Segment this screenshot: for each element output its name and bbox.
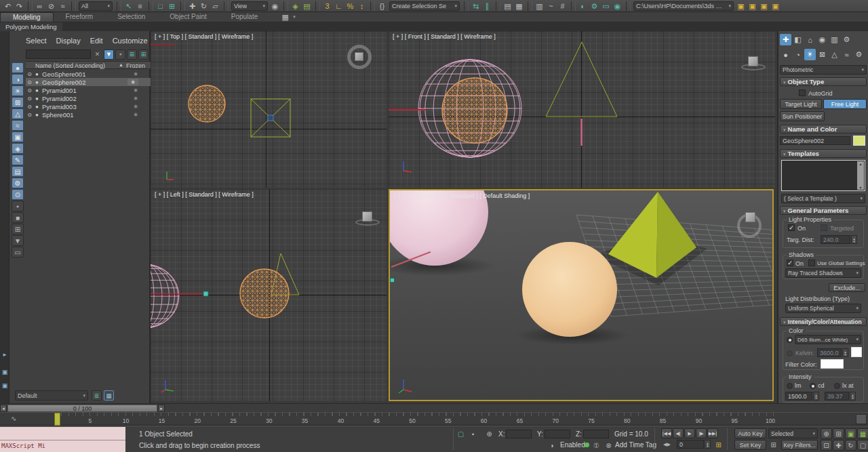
next-frame-button[interactable]: |▶ xyxy=(696,428,707,438)
display-hidden-icon[interactable]: ⊙ xyxy=(12,189,24,200)
search-input[interactable] xyxy=(26,49,91,59)
kelvin-spinner[interactable]: ▴▾ xyxy=(842,348,848,357)
key-mode-toggle-icon[interactable]: ⊞ xyxy=(713,440,724,449)
light-on-checkbox[interactable]: ✓ xyxy=(788,224,795,231)
frame-spinner[interactable]: ▴▾ xyxy=(705,440,711,449)
viewport-layout-a-icon[interactable]: ▣ xyxy=(1,367,9,377)
category-geometry-icon[interactable]: ● xyxy=(780,49,791,60)
material-editor-icon[interactable]: ◐ xyxy=(577,1,589,12)
tab-display[interactable]: ▥ xyxy=(829,34,840,45)
ribbon-tab-modeling[interactable]: Modeling xyxy=(0,12,54,22)
display-cameras-icon[interactable]: ⊠ xyxy=(12,97,24,108)
list-item[interactable]: ⊙●Pyramid003∗ xyxy=(26,102,151,110)
viewport-perspective[interactable]: [ + ] [ Perspective ] [ Standard ] [ Def… xyxy=(389,189,774,401)
display-bones-icon[interactable]: ✎ xyxy=(12,155,24,165)
ribbon-tab-populate[interactable]: Populate xyxy=(219,12,270,22)
toggle-layer-explorer-icon[interactable]: ▦ xyxy=(513,1,525,12)
lx-field[interactable]: 39.37 xyxy=(825,392,849,400)
frozen-column-header[interactable]: Frozen xyxy=(126,62,145,69)
visibility-eye-icon[interactable]: ⊙ xyxy=(26,79,33,85)
distribution-dropdown[interactable]: Uniform Spherical ▾ xyxy=(785,304,861,313)
select-object-icon[interactable]: ↖ xyxy=(123,1,134,12)
rollout-general-parameters[interactable]: ▾General Parameters xyxy=(780,206,867,215)
targ-dist-spinner[interactable]: ▴▾ xyxy=(851,235,857,244)
scroll-down-icon[interactable]: ▾ xyxy=(859,185,861,190)
tab-modify[interactable]: ◧ xyxy=(792,34,804,45)
select-and-manipulate-icon[interactable]: ◈ xyxy=(290,1,301,12)
list-item[interactable]: ⊙●GeoSphere001∗ xyxy=(26,70,151,78)
workspace-render-4-icon[interactable]: ▣ xyxy=(770,1,781,12)
name-column-header[interactable]: Name (Sorted Ascending) xyxy=(35,62,105,69)
current-frame-marker[interactable] xyxy=(54,413,60,426)
play-button[interactable]: ▶ xyxy=(684,428,695,438)
keyboard-shortcut-override-icon[interactable]: ▤ xyxy=(301,1,313,12)
ribbon-minimize-button[interactable]: ▦ ▾ xyxy=(279,12,296,22)
workspace-render-2-icon[interactable]: ▣ xyxy=(747,1,758,12)
spin-down-icon[interactable]: ▾ xyxy=(815,396,817,399)
frozen-icon[interactable]: ∗ xyxy=(127,79,138,85)
lx-spinner[interactable]: ▴▾ xyxy=(850,392,856,400)
zoom-region-icon[interactable]: ⊡ xyxy=(821,440,832,451)
display-none-icon[interactable]: ■ xyxy=(12,212,24,223)
percent-snap-toggle-icon[interactable]: % xyxy=(344,1,356,12)
kelvin-field[interactable]: 3600.0 xyxy=(817,348,842,357)
viewport-label[interactable]: [ + ] [ Top ] [ Standard ] [ Wireframe ] xyxy=(155,33,253,40)
zoom-extents-icon[interactable]: ▣ xyxy=(845,428,856,439)
clear-search-icon[interactable]: ✕ xyxy=(92,49,102,60)
category-shapes-icon[interactable]: ◔ xyxy=(792,49,804,60)
cd-radio[interactable] xyxy=(810,383,816,389)
shadow-mode-dropdown[interactable]: Ray Traced Shadows ▾ xyxy=(785,268,861,278)
light-type-dropdown[interactable]: Photometric ▾ xyxy=(780,65,867,75)
rollout-object-type[interactable]: ▾Object Type xyxy=(780,77,867,86)
object-color-swatch[interactable] xyxy=(853,136,865,146)
display-frozen-icon[interactable]: ▪ xyxy=(12,201,24,211)
pick-children-icon[interactable]: ⊞ xyxy=(138,49,149,60)
rollout-intensity-color-attenuation[interactable]: ▾Intensity/Color/Attenuation xyxy=(780,317,867,326)
kelvin-radio[interactable] xyxy=(787,350,793,356)
align-icon[interactable]: ∥ xyxy=(481,1,493,12)
scrollbar[interactable]: ▴ ▾ xyxy=(857,161,864,190)
mirror-icon[interactable]: ⇆ xyxy=(470,1,481,12)
exclude-button[interactable]: Exclude... xyxy=(829,283,865,292)
filter-color-swatch[interactable] xyxy=(821,359,844,369)
keyable-icons-icon[interactable]: ⊞ xyxy=(768,440,778,449)
selection-lock-icon[interactable]: ▪ xyxy=(468,429,478,438)
menu-display[interactable]: Display xyxy=(56,37,81,45)
select-and-scale-icon[interactable]: ▱ xyxy=(210,1,221,12)
selection-set-key-dropdown[interactable]: Selected ▾ xyxy=(768,428,818,438)
spinner-snap-toggle-icon[interactable]: ↕ xyxy=(356,1,368,12)
display-shapes-icon[interactable]: ◑ xyxy=(12,74,24,85)
filter-combinations-icon[interactable]: ▼ xyxy=(12,235,24,246)
rectangular-selection-region-icon[interactable]: □ xyxy=(155,1,166,12)
menu-select[interactable]: Select xyxy=(26,37,47,45)
use-global-checkbox[interactable] xyxy=(808,260,815,266)
visibility-eye-icon[interactable]: ⊙ xyxy=(26,71,33,77)
tab-hierarchy[interactable]: ⌂ xyxy=(804,34,816,45)
orbit-icon[interactable]: ↻ xyxy=(845,440,856,451)
ribbon-tab-selection[interactable]: Selection xyxy=(105,12,157,22)
targeted-checkbox[interactable] xyxy=(821,224,827,231)
spin-down-icon[interactable]: ▾ xyxy=(853,240,855,243)
tab-create[interactable]: ✚ xyxy=(780,34,791,45)
visibility-eye-icon[interactable]: ⊙ xyxy=(26,87,33,94)
viewport-left[interactable]: [ + ] [ Left ] [ Standard ] [ Wireframe … xyxy=(151,189,387,401)
go-to-start-button[interactable]: |◀◀ xyxy=(661,428,672,438)
selection-filter-dropdown[interactable]: All▾ xyxy=(79,1,113,11)
spin-down-icon[interactable]: ▾ xyxy=(707,445,709,447)
visibility-eye-icon[interactable]: ⊙ xyxy=(26,104,33,110)
maxscript-mini-listener[interactable]: MAXScript Mi xyxy=(0,427,125,452)
display-helpers-icon[interactable]: △ xyxy=(12,108,24,119)
maximize-viewport-toggle-icon[interactable]: ▢ xyxy=(857,440,868,451)
menu-edit[interactable]: Edit xyxy=(90,37,103,45)
viewcube-icon[interactable] xyxy=(737,208,766,237)
display-xrefs-icon[interactable]: ◈ xyxy=(12,143,24,154)
reference-coordinate-system-dropdown[interactable]: View▾ xyxy=(231,1,268,11)
filter-icon[interactable]: ▼ xyxy=(104,49,114,60)
undo-icon[interactable]: ↶ xyxy=(2,1,14,12)
x-coordinate-field[interactable] xyxy=(506,430,532,438)
project-folder-dropdown[interactable]: C:\Users\HP\Documents\3ds Max 2022▾ xyxy=(633,1,734,11)
viewcube-icon[interactable] xyxy=(354,205,382,234)
time-slider[interactable]: ◂ 0 / 100 ▸ xyxy=(0,403,868,412)
light-gizmo[interactable] xyxy=(390,278,395,283)
category-helpers-icon[interactable]: △ xyxy=(829,49,840,60)
